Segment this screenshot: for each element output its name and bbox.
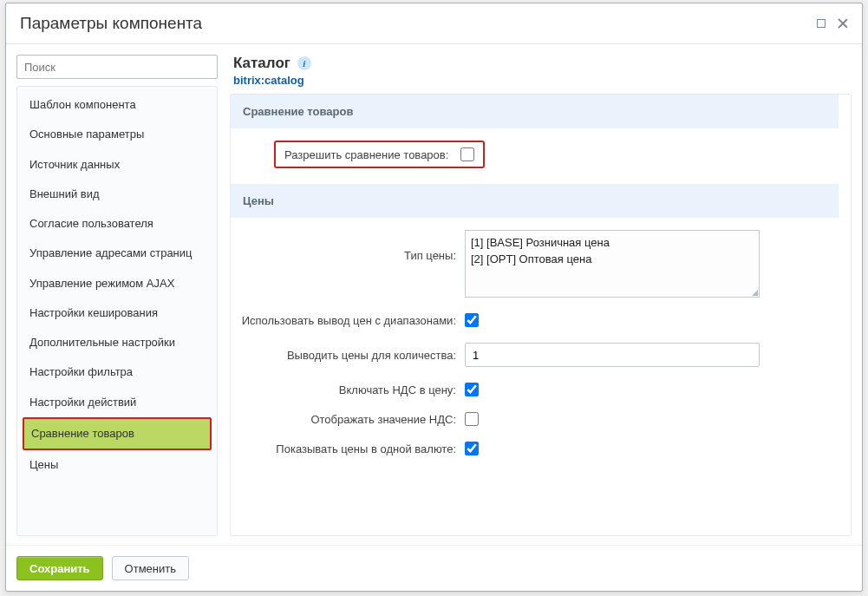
search-wrap [16,55,218,86]
price-qty-input[interactable] [465,343,760,367]
search-input[interactable] [16,55,218,79]
list-item[interactable]: [2] [OPT] Оптовая цена [471,251,754,267]
sidebar-item[interactable]: Сравнение товаров [23,417,212,450]
resize-handle-icon[interactable] [752,290,758,296]
vat-include-label: Включать НДС в цену: [239,383,465,396]
dialog-body: Шаблон компонентаОсновные параметрыИсточ… [6,44,862,536]
price-qty-label: Выводить цены для количества: [239,349,465,362]
list-item[interactable]: [1] [BASE] Розничная цена [471,234,754,251]
price-type-listbox[interactable]: [1] [BASE] Розничная цена [2] [OPT] Опто… [465,230,760,298]
sidebar-item[interactable]: Цены [23,450,212,480]
sidebar-item[interactable]: Шаблон компонента [23,90,212,120]
component-title: Каталог [233,55,290,72]
settings-panel[interactable]: Сравнение товаров Разрешить сравнение то… [230,94,852,536]
sidebar-item[interactable]: Управление адресами страниц [23,239,212,268]
price-range-label: Использовать вывод цен с диапазонами: [239,314,465,327]
sidebar-item[interactable]: Настройки действий [23,388,212,417]
info-icon[interactable]: i [297,56,311,70]
section-prices-body: Тип цены: [1] [BASE] Розничная цена [2] … [231,218,839,475]
main-header: Каталог i bitrix:catalog [230,55,852,94]
sidebar-item[interactable]: Внешний вид [23,180,212,209]
sidebar-item[interactable]: Согласие пользователя [23,209,212,239]
cancel-button[interactable]: Отменить [112,556,189,580]
sidebar-item[interactable]: Настройки фильтра [23,357,212,387]
allow-compare-highlight: Разрешить сравнение товаров: [274,141,485,168]
dialog-footer: Сохранить Отменить [6,545,862,591]
allow-compare-checkbox[interactable] [460,147,474,161]
single-currency-label: Показывать цены в одной валюте: [239,442,465,455]
component-title-row: Каталог i [233,55,852,72]
single-currency-checkbox[interactable] [465,442,479,455]
maximize-icon[interactable] [817,19,826,28]
sidebar-nav[interactable]: Шаблон компонентаОсновные параметрыИсточ… [16,86,218,536]
vat-include-checkbox[interactable] [465,383,479,396]
section-prices-head: Цены [231,184,839,218]
sidebar-item[interactable]: Настройки кеширования [23,298,212,328]
allow-compare-label: Разрешить сравнение товаров: [284,148,460,161]
sidebar-item[interactable]: Управление режимом AJAX [23,269,212,298]
vat-show-label: Отображать значение НДС: [239,413,465,426]
titlebar: Параметры компонента [6,3,862,44]
sidebar-item[interactable]: Дополнительные настройки [23,328,212,357]
sidebar-item[interactable]: Основные параметры [23,120,212,149]
price-type-label: Тип цены: [239,230,465,262]
sidebar-item[interactable]: Источник данных [23,150,212,180]
price-range-checkbox[interactable] [465,313,479,327]
save-button[interactable]: Сохранить [16,556,103,580]
section-compare-body: Разрешить сравнение товаров: [231,128,839,184]
window-title: Параметры компонента [20,14,817,33]
close-icon[interactable] [838,18,848,29]
dialog-window: Параметры компонента Шаблон компонентаОс… [5,3,863,592]
section-compare-head: Сравнение товаров [231,95,839,128]
vat-show-checkbox[interactable] [465,412,479,426]
window-controls [817,18,848,29]
sidebar: Шаблон компонентаОсновные параметрыИсточ… [16,55,218,536]
component-code: bitrix:catalog [233,74,852,87]
main-area: Каталог i bitrix:catalog Сравнение товар… [218,55,852,536]
